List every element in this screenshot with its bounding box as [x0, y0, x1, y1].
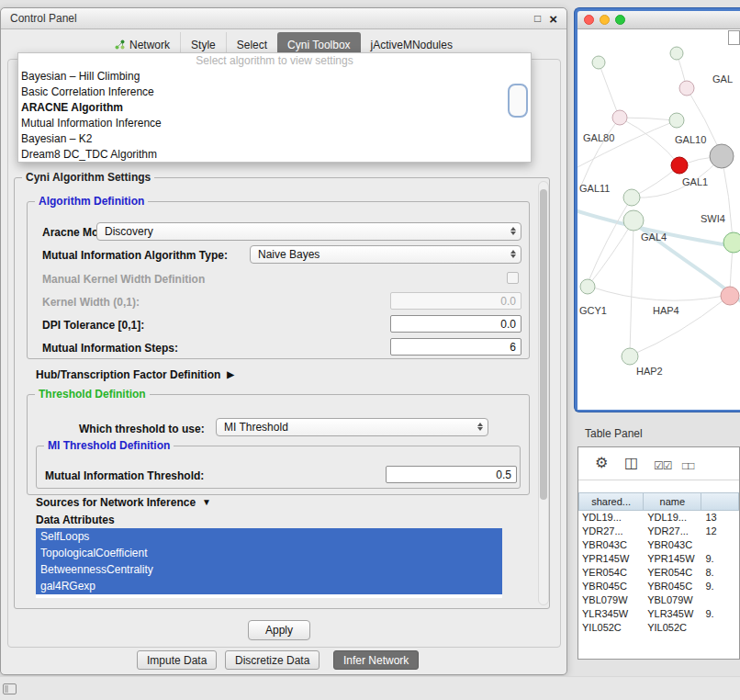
algorithm-option[interactable]: Bayesian – Hill Climbing	[18, 69, 531, 85]
table-row[interactable]: YDL19... YDL19... 13	[578, 511, 739, 525]
gear-icon[interactable]: ⚙	[595, 455, 608, 471]
cell-value: 9.	[701, 580, 739, 593]
apply-button[interactable]: Apply	[248, 620, 310, 640]
list-item[interactable]: SelfLoops	[36, 528, 502, 545]
network-canvas[interactable]: GAL GAL80 GAL10 GAL11 GAL1 SWI4 GAL4 GCY…	[577, 29, 740, 410]
aracne-mode-value: Discovery	[105, 223, 153, 240]
column-header-name[interactable]: name	[644, 492, 701, 511]
column-header-partial[interactable]	[701, 492, 739, 511]
algorithm-option-selected[interactable]: ARACNE Algorithm	[18, 100, 531, 116]
network-nodes	[580, 47, 740, 365]
cell-shared: YIL052C	[578, 621, 644, 635]
tab-label: Style	[191, 39, 216, 51]
table-row[interactable]: YBR043C YBR043C	[578, 538, 739, 552]
node-label: GCY1	[579, 305, 607, 316]
table-row[interactable]: YIL052C YIL052C	[578, 621, 739, 635]
close-window-icon[interactable]: ×	[549, 12, 557, 26]
network-node[interactable]	[723, 232, 740, 253]
cell-name: YBL079W	[644, 593, 701, 607]
algorithm-option[interactable]: Bayesian – K2	[18, 131, 531, 147]
cell-shared: YPR145W	[578, 552, 644, 566]
table-row[interactable]: YER054C YER054C 8.	[578, 566, 739, 580]
cell-name: YDL19...	[644, 511, 701, 525]
cell-value: 9.	[701, 607, 739, 621]
which-threshold-label: Which threshold to use:	[79, 423, 205, 435]
cell-shared: YDL19...	[578, 511, 644, 525]
stepper-icon	[509, 226, 517, 238]
table-toolbar: ⚙ ◫ ☑☑ □□	[578, 447, 739, 480]
cell-value: 9.	[701, 552, 739, 566]
settings-scrollbar[interactable]	[538, 181, 549, 605]
network-node-hub[interactable]	[710, 144, 734, 168]
network-node[interactable]	[721, 287, 739, 305]
node-label: GAL4	[641, 231, 667, 243]
stepper-icon	[509, 249, 517, 261]
manual-kernel-checkbox	[507, 272, 519, 284]
control-panel-titlebar[interactable]: Control Panel □ ×	[1, 8, 566, 29]
aracne-mode-select[interactable]: Discovery	[96, 222, 521, 241]
clear-all-checkboxes-icon[interactable]: □□	[682, 457, 694, 474]
expand-arrow-icon[interactable]: ▶	[227, 368, 234, 381]
group-title: Cyni Algorithm Settings	[22, 171, 154, 184]
table-header-row: shared... name	[578, 492, 739, 511]
network-node[interactable]	[670, 47, 683, 60]
table-row[interactable]: YDR27... YDR27... 12	[578, 525, 739, 538]
network-view-window: GAL GAL80 GAL10 GAL11 GAL1 SWI4 GAL4 GCY…	[574, 7, 740, 412]
dpi-tolerance-field[interactable]	[390, 315, 521, 333]
network-node[interactable]	[623, 189, 640, 206]
float-window-icon[interactable]: □	[534, 13, 541, 24]
network-node[interactable]	[592, 56, 605, 69]
mi-steps-label: Mutual Information Steps:	[42, 342, 178, 355]
group-title: Threshold Definition	[35, 388, 150, 401]
kernel-width-label: Kernel Width (0,1):	[42, 296, 140, 309]
network-node[interactable]	[679, 81, 694, 96]
network-node[interactable]	[669, 113, 684, 128]
algorithm-option[interactable]: Dream8 DC_TDC Algorithm	[18, 147, 531, 163]
tab-impute-data[interactable]: Impute Data	[137, 650, 217, 670]
table-row[interactable]: YBL079W YBL079W	[578, 593, 739, 607]
select-all-checkboxes-icon[interactable]: ☑☑	[654, 457, 672, 474]
kernel-width-field	[390, 292, 521, 310]
restore-panel-icon[interactable]	[3, 683, 17, 694]
cell-value	[701, 538, 739, 552]
column-header-shared-name[interactable]: shared...	[578, 492, 644, 511]
cell-value: 8.	[701, 566, 739, 580]
mi-type-select[interactable]: Naive Bayes	[250, 245, 521, 264]
algorithm-option[interactable]: Mutual Information Inference	[18, 116, 531, 131]
mi-threshold-field[interactable]	[386, 466, 517, 483]
network-node-highlighted[interactable]	[671, 157, 688, 174]
zoom-traffic-light-icon[interactable]	[615, 15, 625, 25]
table-row[interactable]: YLR345W YLR345W 9.	[578, 607, 739, 621]
data-attributes-list[interactable]: SelfLoops TopologicalCoefficient Between…	[36, 528, 502, 598]
which-threshold-select[interactable]: MI Threshold	[216, 418, 488, 436]
algorithm-option[interactable]: Basic Correlation Inference	[18, 85, 531, 100]
tab-label: jActiveMNodules	[371, 39, 453, 51]
sources-section[interactable]: Sources for Network Inference ▼	[36, 496, 211, 509]
cell-value	[701, 593, 739, 607]
hub-definition-section[interactable]: Hub/Transcription Factor Definition ▶	[36, 368, 234, 381]
list-item[interactable]: TopologicalCoefficient	[36, 545, 502, 561]
network-titlebar[interactable]	[577, 11, 740, 29]
list-item[interactable]: gal4RGexp	[36, 578, 502, 594]
columns-icon[interactable]: ◫	[624, 455, 638, 471]
list-item[interactable]: BetweennessCentrality	[36, 561, 502, 578]
network-node[interactable]	[623, 210, 644, 231]
scrollbar-thumb[interactable]	[540, 189, 547, 500]
network-node[interactable]	[612, 110, 627, 125]
mi-steps-field[interactable]	[390, 338, 521, 356]
tab-infer-network[interactable]: Infer Network	[333, 650, 419, 670]
node-label: GAL10	[675, 134, 706, 145]
tab-discretize-data[interactable]: Discretize Data	[225, 650, 320, 670]
minimize-traffic-light-icon[interactable]	[600, 15, 610, 25]
close-traffic-light-icon[interactable]	[584, 15, 594, 25]
cell-name: YER054C	[644, 566, 701, 580]
table-row[interactable]: YBR045C YBR045C 9.	[578, 580, 739, 593]
network-node[interactable]	[622, 348, 638, 365]
node-label: GAL11	[579, 183, 610, 194]
node-label: GAL	[712, 73, 733, 85]
collapse-arrow-icon[interactable]: ▼	[202, 496, 211, 509]
node-label: HAP2	[636, 366, 663, 377]
mi-type-label: Mutual Information Algorithm Type:	[42, 249, 228, 262]
table-row[interactable]: YPR145W YPR145W 9.	[578, 552, 739, 566]
network-node[interactable]	[580, 279, 595, 294]
